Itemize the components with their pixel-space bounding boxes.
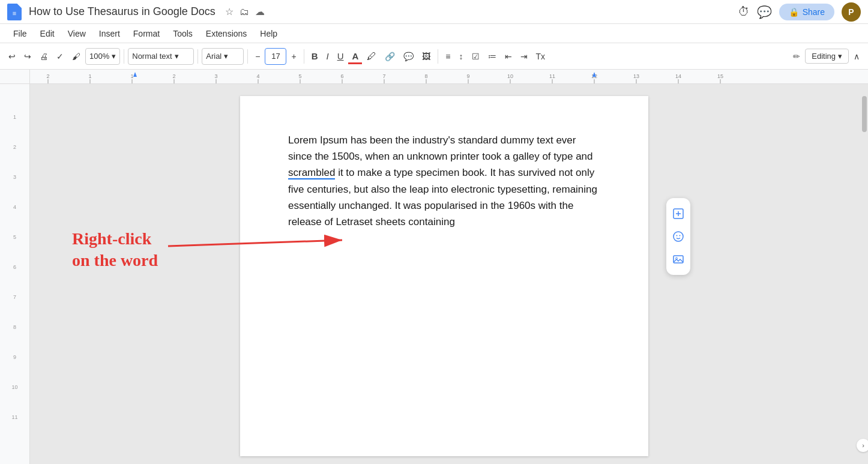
svg-text:13: 13 [633,73,639,79]
lock-icon: 🔒 [789,7,799,17]
svg-text:5: 5 [298,73,301,79]
cloud-icon[interactable]: ☁ [255,6,265,17]
paint-format-button[interactable]: 🖌 [68,49,84,64]
font-size-decrease[interactable]: − [252,49,264,64]
svg-line-38 [168,240,342,246]
editing-select[interactable]: Editing ▾ [805,49,849,64]
sep-3 [247,49,248,64]
bold-button[interactable]: B [308,49,322,64]
image-icon [672,253,684,265]
left-margin: ☰ 1 2 3 4 5 6 7 8 9 10 11 [0,84,30,464]
menu-extensions[interactable]: Extensions [200,26,253,41]
svg-marker-35 [133,72,137,77]
title-bar: ≡ How to Use Thesaurus in Google Docs ☆ … [0,0,868,24]
font-select[interactable]: Arial ▾ [202,48,244,65]
clear-format-button[interactable]: Tx [532,49,549,64]
print-button[interactable]: 🖨 [36,49,52,64]
title-icons: ☆ 🗂 ☁ [225,6,265,17]
menu-insert[interactable]: Insert [93,26,126,41]
highlighted-word: scrambled [288,167,335,179]
float-sidebar [666,198,690,275]
indent-more-button[interactable]: ⇥ [517,49,531,64]
doc-page[interactable]: Lorem Ipsum has been the industry's stan… [240,96,648,456]
margin-ruler: 1 2 3 4 5 6 7 8 9 10 11 [0,84,29,464]
svg-point-43 [677,235,678,237]
indent-less-button[interactable]: ⇤ [501,49,516,64]
svg-text:11: 11 [549,73,555,79]
folder-icon[interactable]: 🗂 [240,7,249,17]
chevron-down-icon: ▾ [224,52,228,61]
menu-bar: File Edit View Insert Format Tools Exten… [0,24,868,43]
scrollbar-thumb[interactable] [862,96,867,132]
sep-5 [438,49,438,64]
comment-icon[interactable]: 💬 [757,5,772,19]
collapse-margin-button[interactable]: › [857,439,868,452]
main-area: ☰ 1 2 3 4 5 6 7 8 9 10 11 Lorem Ipsum ha… [0,84,868,464]
font-size-increase[interactable]: + [288,49,300,64]
svg-point-42 [674,232,683,241]
star-icon[interactable]: ☆ [225,6,234,17]
title-right: ⏱ 💬 🔒 Share P [738,2,861,22]
svg-text:10: 10 [507,73,513,79]
right-scrollbar[interactable]: › [858,84,868,464]
float-emoji-button[interactable] [666,226,690,247]
menu-view[interactable]: View [62,26,92,41]
page-wrapper: Lorem Ipsum has been the industry's stan… [240,96,648,452]
svg-text:2: 2 [172,73,175,79]
italic-button[interactable]: I [322,49,332,64]
sep-1 [124,49,124,64]
spell-check-button[interactable]: ✓ [53,49,67,64]
svg-text:2: 2 [46,73,49,79]
doc-icon: ≡ [7,4,22,20]
content-area: Lorem Ipsum has been the industry's stan… [30,84,858,464]
comment-inline-button[interactable]: 💬 [400,49,417,64]
collapse-button[interactable]: ∧ [850,49,863,64]
style-select[interactable]: Normal text ▾ [128,48,194,65]
zoom-select[interactable]: 100% ▾ [85,48,120,65]
menu-edit[interactable]: Edit [34,26,61,41]
annotation-arrow [162,222,354,270]
svg-text:9: 9 [466,73,469,79]
image-button[interactable]: 🖼 [418,49,434,64]
history-icon[interactable]: ⏱ [738,5,750,19]
svg-text:4: 4 [256,73,259,79]
highlight-color-button[interactable]: 🖊 [363,49,380,64]
svg-text:6: 6 [340,73,343,79]
svg-text:3: 3 [214,73,217,79]
svg-rect-45 [674,256,683,263]
svg-text:8: 8 [424,73,427,79]
redo-button[interactable]: ↪ [20,49,35,64]
float-image-button[interactable] [666,249,690,270]
svg-text:14: 14 [675,73,681,79]
annotation-area: Right-click on the word [72,228,228,272]
svg-text:1: 1 [88,73,91,79]
menu-tools[interactable]: Tools [167,26,199,41]
pencil-icon: ✏ [789,49,804,64]
link-button[interactable]: 🔗 [381,49,399,64]
float-add-button[interactable] [666,203,690,224]
ruler-svg: 2 1 1 2 3 4 5 6 7 8 9 10 11 12 [30,70,868,83]
menu-format[interactable]: Format [127,26,166,41]
ruler-area: 2 1 1 2 3 4 5 6 7 8 9 10 11 12 [0,70,868,84]
doc-title: How to Use Thesaurus in Google Docs [29,5,215,18]
list-button[interactable]: ≔ [484,49,500,64]
undo-button[interactable]: ↩ [5,49,19,64]
font-size-input[interactable]: 17 [265,48,286,65]
checklist-button[interactable]: ☑ [468,49,483,64]
font-color-button[interactable]: A [348,49,362,64]
underline-button[interactable]: U [334,49,348,64]
line-spacing-button[interactable]: ↕ [456,49,467,64]
svg-text:1: 1 [130,73,133,79]
chevron-down-icon: ▾ [838,52,842,61]
sep-4 [304,49,304,64]
plus-square-icon [672,208,684,220]
align-button[interactable]: ≡ [442,49,454,64]
avatar: P [842,2,861,22]
chevron-down-icon: ▾ [112,52,116,61]
menu-help[interactable]: Help [254,26,283,41]
svg-point-44 [680,235,681,237]
share-button[interactable]: 🔒 Share [779,4,834,20]
menu-file[interactable]: File [7,26,33,41]
emoji-icon [672,230,684,243]
svg-text:7: 7 [382,73,385,79]
